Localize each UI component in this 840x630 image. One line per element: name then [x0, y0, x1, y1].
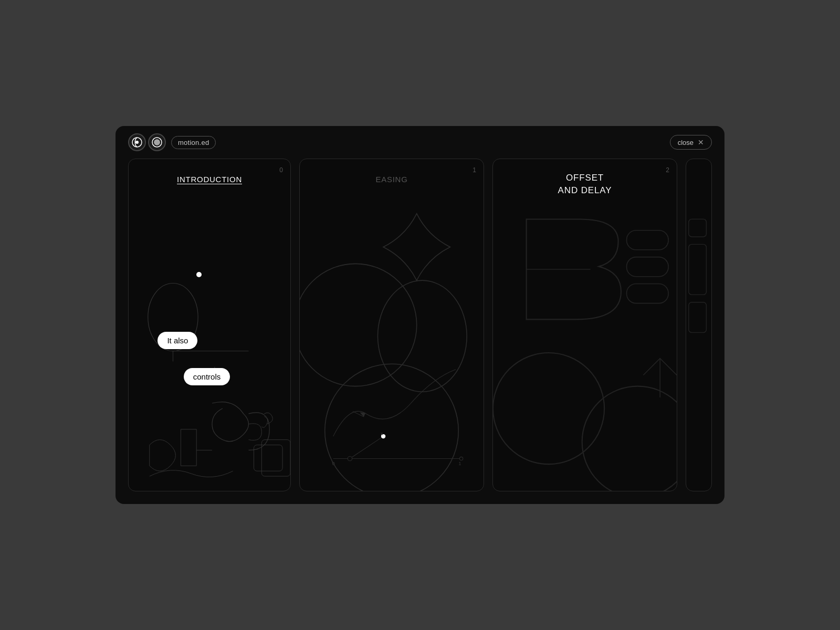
svg-rect-25 — [627, 230, 669, 250]
svg-point-10 — [300, 264, 417, 386]
svg-point-24 — [582, 386, 677, 491]
app-window: motion.ed close ✕ 0 INTRODUCTION — [116, 126, 724, 504]
card-number-0: 0 — [279, 166, 283, 174]
svg-rect-27 — [627, 284, 669, 303]
offset-decoration — [493, 159, 677, 491]
svg-text:0: 0 — [332, 460, 335, 466]
card-title-easing: EASING — [300, 175, 484, 184]
logo-icon-1 — [128, 133, 146, 151]
svg-point-11 — [325, 364, 459, 491]
brand-label: motion.ed — [171, 136, 216, 149]
svg-point-23 — [493, 353, 604, 464]
svg-rect-28 — [689, 219, 707, 237]
card-title-offset: OFFSET AND DELAY — [493, 172, 677, 197]
svg-rect-30 — [689, 302, 707, 333]
card-offset-delay: 2 OFFSET AND DELAY — [492, 159, 677, 491]
close-button[interactable]: close ✕ — [670, 135, 712, 150]
partial-card-decoration — [686, 159, 711, 491]
card-easing: 1 EASING — [299, 159, 484, 491]
svg-rect-29 — [689, 244, 707, 295]
logo-group — [128, 133, 166, 151]
intro-decoration — [129, 159, 290, 491]
svg-line-16 — [350, 436, 383, 458]
header-left: motion.ed — [128, 133, 216, 151]
svg-point-17 — [348, 456, 352, 460]
logo-icon-2 — [148, 133, 166, 151]
close-icon: ✕ — [698, 138, 704, 146]
card-partial — [686, 159, 712, 491]
card-number-1: 1 — [472, 166, 476, 174]
svg-point-19 — [459, 457, 463, 460]
badge-it-also: It also — [158, 332, 197, 349]
header: motion.ed close ✕ — [116, 126, 724, 159]
badge-controls: controls — [184, 368, 230, 385]
svg-rect-26 — [627, 257, 669, 277]
card-title-introduction: INTRODUCTION — [129, 175, 290, 184]
svg-text:x: x — [381, 430, 383, 436]
svg-point-1 — [135, 141, 139, 144]
svg-text:1: 1 — [458, 460, 461, 466]
card-introduction: 0 INTRODUCTION — [128, 159, 291, 491]
close-label: close — [678, 139, 694, 146]
easing-decoration: 0 x 1 — [300, 159, 484, 491]
cards-area: 0 INTRODUCTION — [116, 159, 724, 504]
